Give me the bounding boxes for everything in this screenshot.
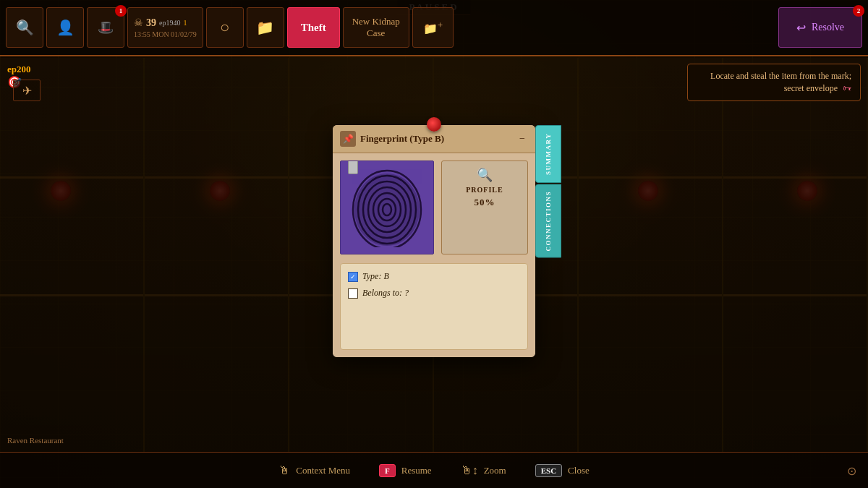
target-icon: ✈ [22,84,32,98]
person-icon: 👤 [56,19,75,36]
magnify-icon: 🔍 [477,167,493,183]
card-type-icon: 📌 [340,131,356,147]
agent-icon-panel: ✈ [13,80,41,101]
hat-icon: 🎩 [98,20,114,35]
location-label: Raven Restaurant [7,436,64,445]
skull-icon: ☠ [134,17,143,29]
person-button[interactable]: 👤 [46,7,84,48]
tab-summary[interactable]: SUMMARY [535,125,561,183]
evidence-card: SUMMARY CONNECTIONS 📌 Fingerprint (Type … [333,125,535,357]
note-checkbox-type[interactable] [348,272,358,282]
svg-point-7 [354,174,420,246]
circle-button[interactable]: ○ [206,7,244,48]
scroll-indicator: ⊙ [847,464,856,478]
side-tabs: SUMMARY CONNECTIONS [535,125,561,260]
money-value: ер1940 [159,19,180,27]
esc-key[interactable]: ESC [535,464,562,477]
note-text-type: Type: B [362,271,389,282]
money-plus: 1 [183,19,187,27]
resolve-arrow-icon: ↩ [796,21,806,35]
pushpin [427,117,441,132]
note-item-belongs: Belongs to: ? [348,288,520,299]
stats-block: ☠ 39 ер1940 1 13:55 MON 01/02/79 [127,7,203,48]
folder-plus-icon: 📁+ [423,20,443,35]
fingerprint-svg [341,161,433,254]
resolve-button[interactable]: ↩ Resolve 2 [778,7,862,48]
close-hint: ESC Close [535,464,590,477]
mission-icon: 🗝 [843,83,851,93]
tab-kidnap-label: New Kidnap Case [352,16,400,39]
folder-button[interactable]: 📁 [247,7,284,48]
tab-theft[interactable]: Theft [287,7,340,48]
time-display: 13:55 MON 01/02/79 [134,30,197,38]
hat-badge: 1 [115,5,127,17]
context-menu-hint: 🖱 Context Menu [278,464,350,477]
note-text-belongs: Belongs to: ? [362,288,409,299]
tab-kidnap[interactable]: New Kidnap Case [343,7,409,48]
search-icon: 🔍 [16,19,34,36]
agent-target-button[interactable]: ✈ [13,80,41,101]
note-checkbox-belongs[interactable] [348,288,358,299]
mouse-icon-context: 🖱 [278,464,290,477]
close-label: Close [568,465,590,476]
profile-button[interactable]: 🔍 PROFILE 50% [441,160,528,254]
tab-theft-label: Theft [301,22,326,34]
fingerprint-area: 🔍 PROFILE 50% [340,160,528,254]
zoom-label: Zoom [484,465,506,476]
hat-button[interactable]: 🎩 1 [87,7,124,48]
hud-bottom-bar: 🖱 Context Menu F Resume 🖱↕ Zoom ESC Clos… [0,452,868,488]
card-minimize-button[interactable]: − [516,133,528,145]
fingerprint-icon: 📌 [343,134,354,145]
fingerprint-image [340,160,434,254]
profile-label: PROFILE [466,186,503,194]
card-title-area: 📌 Fingerprint (Type B) [340,131,444,147]
profile-pct: 50% [475,197,495,208]
f-key[interactable]: F [379,464,396,477]
mouse-icon-zoom: 🖱↕ [461,464,478,477]
tab-new-folder[interactable]: 📁+ [412,7,454,48]
mission-text: Locate and steal the item from the mark;… [710,71,851,93]
resolve-badge: 2 [853,5,864,17]
context-menu-label: Context Menu [296,465,350,476]
card-title: Fingerprint (Type B) [360,133,444,145]
note-item-type: Type: B [348,271,520,282]
search-button[interactable]: 🔍 [6,7,43,48]
agents-count: 39 [146,17,156,29]
notes-section: Type: B Belongs to: ? [340,263,528,350]
folder-icon: 📁 [256,19,274,36]
zoom-hint: 🖱↕ Zoom [461,464,506,477]
tab-connections[interactable]: CONNECTIONS [535,184,561,258]
circle-icon: ○ [220,18,229,37]
mission-hint: Locate and steal the item from the mark;… [687,64,861,101]
resolve-label: Resolve [812,22,844,33]
resume-label: Resume [401,465,432,476]
hud-top-bar: 🔍 👤 🎩 1 ☠ 39 ер1940 1 13:55 MON 01/02/79… [0,0,868,56]
card-body: 🔍 PROFILE 50% Type: B Belongs to: ? [333,153,535,357]
paperclip [348,160,358,174]
cr-value: ер200 [7,64,31,74]
resume-hint: F Resume [379,464,432,477]
